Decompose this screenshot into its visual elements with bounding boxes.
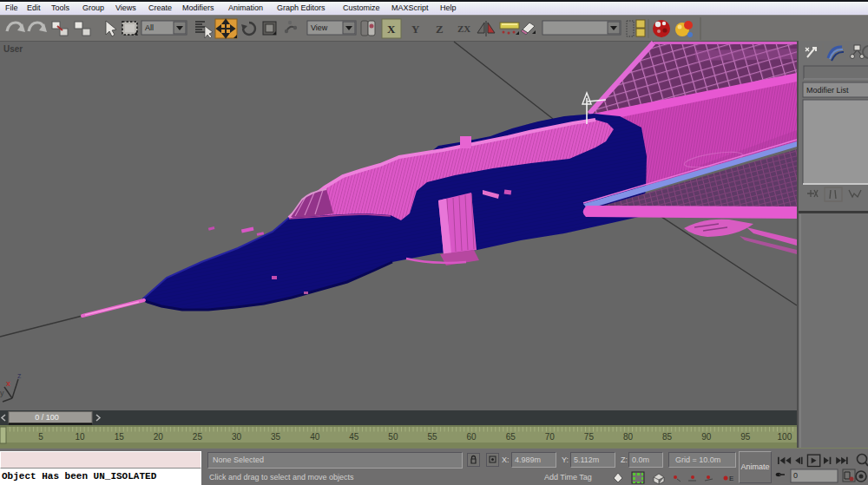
svg-text:User: User: [3, 44, 23, 54]
svg-text:95: 95: [740, 432, 751, 442]
svg-text:Y: Y: [411, 23, 420, 36]
svg-text:Z: Z: [436, 23, 444, 36]
svg-text:20: 20: [154, 432, 164, 442]
svg-text:65: 65: [506, 432, 516, 442]
svg-text:70: 70: [545, 432, 556, 442]
svg-text:55: 55: [427, 432, 437, 442]
svg-text:50: 50: [388, 432, 398, 442]
svg-text:25: 25: [193, 432, 203, 442]
svg-text:40: 40: [310, 432, 320, 442]
svg-text:y: y: [0, 389, 4, 397]
svg-text:85: 85: [662, 432, 673, 442]
svg-text:90: 90: [701, 432, 712, 442]
svg-text:View: View: [311, 23, 328, 32]
svg-text:0 / 100: 0 / 100: [35, 413, 59, 422]
svg-text:X: X: [387, 23, 396, 36]
svg-text:75: 75: [584, 432, 595, 442]
svg-text:80: 80: [623, 432, 634, 442]
svg-text:15: 15: [115, 432, 125, 442]
svg-text:All: All: [145, 23, 154, 32]
svg-text:Modifier List: Modifier List: [806, 86, 849, 95]
svg-text:ZX: ZX: [457, 23, 470, 34]
svg-text:30: 30: [232, 432, 242, 442]
svg-text:100: 100: [778, 432, 792, 442]
svg-text:10: 10: [76, 432, 86, 442]
svg-text:0: 0: [793, 471, 798, 480]
svg-text:z: z: [17, 371, 22, 380]
svg-text:45: 45: [349, 432, 359, 442]
svg-text:60: 60: [467, 432, 477, 442]
svg-text:E: E: [729, 475, 733, 482]
svg-text:x: x: [6, 379, 10, 388]
svg-text:5: 5: [38, 432, 43, 442]
svg-text:35: 35: [271, 432, 281, 442]
